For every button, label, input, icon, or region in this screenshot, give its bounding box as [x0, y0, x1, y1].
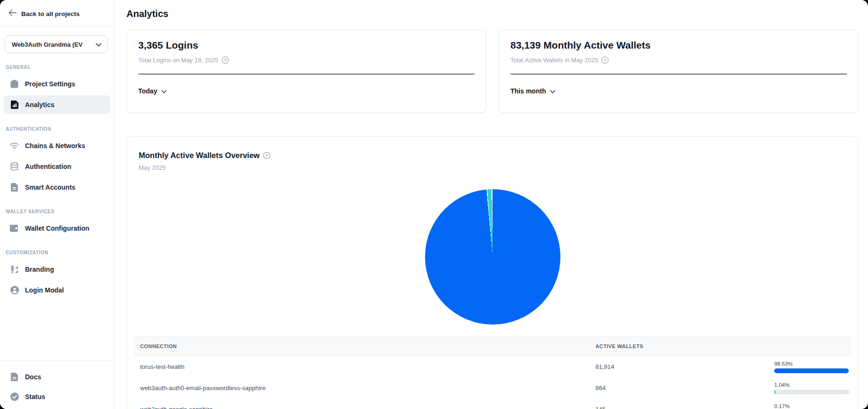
section-label-general: GENERAL: [0, 65, 114, 70]
card-divider: [138, 74, 475, 75]
logins-subtitle: Total Logins on May 19, 2025: [138, 57, 218, 64]
range-label: This month: [510, 87, 546, 95]
connections-table: CONNECTION ACTIVE WALLETS torus-test-hea…: [134, 336, 851, 409]
table-row: web3auth-auth0-email-passwordless-sapphi…: [134, 377, 851, 399]
back-label: Back to all projects: [21, 10, 80, 17]
column-header-connection: CONNECTION: [134, 343, 589, 349]
active-wallets-value: 145: [589, 406, 774, 409]
connection-name: web3auth-google-sapphire: [134, 406, 589, 409]
check-circle-icon: [10, 392, 19, 401]
sidebar-item-project-settings[interactable]: Project Settings: [4, 75, 110, 93]
logins-count: 3,365 Logins: [138, 40, 475, 51]
chevron-down-icon: [550, 87, 555, 95]
sidebar-item-label: Branding: [25, 266, 54, 273]
maw-overview-card: Monthly Active Wallets Overview ? May 20…: [126, 136, 859, 409]
sidebar-item-login-modal[interactable]: Login Modal: [4, 281, 110, 300]
maw-range-dropdown[interactable]: This month: [510, 87, 555, 95]
percent-bar: [774, 368, 850, 373]
sidebar-item-chains-networks[interactable]: Chains & Networks: [4, 136, 110, 155]
sidebar: Back to all projects Web3Auth Grandma (E…: [0, 0, 115, 409]
help-icon[interactable]: ?: [222, 57, 229, 64]
chevron-down-icon: [96, 40, 101, 49]
svg-text:?: ?: [266, 153, 268, 158]
range-label: Today: [138, 87, 157, 95]
sidebar-item-label: Status: [25, 393, 45, 401]
sidebar-item-docs[interactable]: Docs: [4, 367, 110, 386]
paint-roller-icon: [10, 265, 19, 274]
mau-pie-chart: [425, 189, 560, 325]
monthly-active-wallets-stat-card: 83,139 Monthly Active Wallets Total Acti…: [499, 30, 859, 113]
clipboard-icon: [10, 80, 19, 89]
sidebar-item-status[interactable]: Status: [4, 387, 110, 406]
connection-name: torus-test-health: [134, 363, 589, 370]
sidebar-item-branding[interactable]: Branding: [4, 260, 110, 279]
percent-bar: [774, 390, 850, 394]
sidebar-item-label: Docs: [25, 373, 41, 381]
maw-count: 83,139 Monthly Active Wallets: [510, 40, 847, 51]
sidebar-item-label: Login Modal: [25, 286, 64, 294]
logins-range-dropdown[interactable]: Today: [138, 87, 167, 95]
svg-text:?: ?: [604, 58, 607, 63]
overview-title: Monthly Active Wallets Overview: [139, 151, 259, 160]
sidebar-item-authentication[interactable]: Authentication: [4, 157, 110, 176]
sidebar-item-label: Analytics: [25, 101, 54, 109]
main-content: Analytics 3,365 Logins Total Logins on M…: [115, 0, 868, 409]
section-label-customization: CUSTOMIZATION: [0, 250, 114, 255]
bar-chart-doc-icon: [10, 100, 19, 109]
sidebar-divider-top: [0, 26, 114, 27]
overview-subtitle: May 2025: [134, 164, 851, 171]
column-header-active-wallets: ACTIVE WALLETS: [589, 343, 774, 349]
logins-stat-card: 3,365 Logins Total Logins on May 19, 202…: [126, 30, 486, 113]
project-selector[interactable]: Web3Auth Grandma (EV: [5, 35, 108, 53]
section-label-authentication: AUTHENTICATION: [0, 126, 114, 132]
database-icon: [10, 162, 19, 171]
help-icon[interactable]: ?: [601, 57, 609, 64]
chevron-down-icon: [161, 87, 167, 95]
connection-name: web3auth-auth0-email-passwordless-sapphi…: [134, 384, 589, 392]
wifi-icon: [10, 142, 19, 150]
sidebar-item-smart-accounts[interactable]: Smart Accounts: [4, 178, 110, 197]
percent-label: 98.53%: [774, 361, 850, 367]
web3auth-dashboard: Back to all projects Web3Auth Grandma (E…: [0, 0, 868, 409]
arrow-left-icon: [8, 9, 17, 18]
section-label-wallet-services: WALLET SERVICES: [0, 209, 114, 214]
sidebar-item-wallet-configuration[interactable]: Wallet Configuration: [4, 219, 110, 238]
active-wallets-value: 864: [589, 384, 774, 392]
document-icon: [10, 373, 19, 382]
percent-label: 0.17%: [774, 403, 850, 409]
sidebar-item-label: Smart Accounts: [25, 184, 75, 191]
sidebar-item-label: Chains & Networks: [25, 142, 85, 150]
percent-label: 1.04%: [774, 382, 850, 388]
user-circle-icon: [10, 286, 19, 295]
table-row: web3auth-google-sapphire 145 0.17%: [134, 399, 851, 409]
sidebar-item-label: Wallet Configuration: [25, 225, 89, 232]
sidebar-item-label: Authentication: [25, 163, 71, 170]
active-wallets-value: 81,914: [589, 363, 774, 370]
help-icon[interactable]: ?: [263, 152, 270, 159]
svg-text:?: ?: [224, 58, 227, 63]
sidebar-item-analytics[interactable]: Analytics: [4, 95, 110, 114]
wallet-icon: [10, 224, 19, 233]
project-selector-value: Web3Auth Grandma (EV: [12, 41, 83, 48]
document-icon: [10, 183, 19, 192]
sidebar-item-label: Project Settings: [25, 80, 75, 88]
card-divider: [510, 74, 847, 75]
maw-subtitle: Total Active Wallets in May 2025: [510, 57, 598, 64]
table-row: torus-test-health 81,914 98.53%: [134, 356, 851, 377]
page-title: Analytics: [126, 8, 859, 19]
table-header: CONNECTION ACTIVE WALLETS: [134, 336, 851, 356]
back-to-projects-link[interactable]: Back to all projects: [0, 0, 114, 26]
